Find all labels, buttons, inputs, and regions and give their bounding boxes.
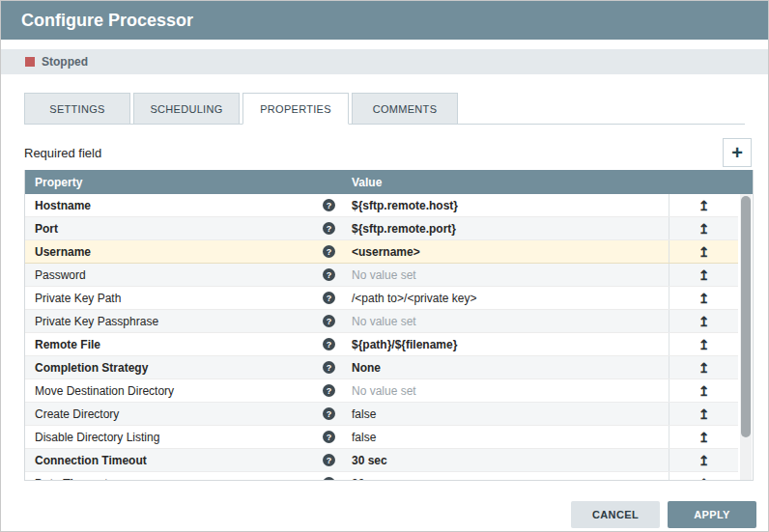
- goto-arrow-icon[interactable]: ↥: [698, 454, 710, 467]
- column-header-property: Property: [25, 176, 344, 189]
- goto-cell: ↥: [669, 287, 738, 309]
- goto-arrow-icon[interactable]: ↥: [698, 292, 710, 305]
- table-body: Hostname?${sftp.remote.host}↥Port?${sftp…: [25, 194, 738, 480]
- help-icon[interactable]: ?: [323, 245, 335, 258]
- goto-cell: ↥: [669, 449, 738, 471]
- goto-cell: ↥: [669, 333, 738, 355]
- goto-cell: ↥: [669, 426, 738, 448]
- goto-arrow-icon[interactable]: ↥: [698, 407, 710, 421]
- property-name: Password: [35, 268, 86, 282]
- property-value[interactable]: None: [344, 356, 669, 378]
- help-icon[interactable]: ?: [323, 454, 335, 466]
- goto-cell: ↥: [669, 379, 738, 402]
- goto-arrow-icon[interactable]: ↥: [698, 222, 710, 236]
- property-name-cell: Private Key Passphrase?: [25, 310, 344, 332]
- goto-arrow-icon[interactable]: ↥: [698, 315, 710, 328]
- goto-arrow-icon[interactable]: ↥: [698, 477, 710, 481]
- property-row[interactable]: Move Destination Directory?No value set↥: [25, 379, 738, 403]
- properties-table: Property Value Hostname?${sftp.remote.ho…: [24, 170, 754, 481]
- table-scrollbar[interactable]: [740, 194, 752, 480]
- goto-arrow-icon[interactable]: ↥: [698, 361, 710, 375]
- help-icon[interactable]: ?: [323, 477, 335, 480]
- property-value[interactable]: ${path}/${filename}: [344, 333, 669, 355]
- property-row[interactable]: Disable Directory Listing?false↥: [25, 426, 738, 449]
- property-name-cell: Connection Timeout?: [25, 449, 344, 471]
- property-row[interactable]: Data Timeout?30 sec↥: [25, 472, 738, 480]
- goto-cell: ↥: [669, 217, 738, 239]
- tab-comments[interactable]: COMMENTS: [352, 93, 458, 125]
- property-row[interactable]: Remote File?${path}/${filename}↥: [25, 333, 738, 356]
- property-value[interactable]: 30 sec: [344, 472, 669, 480]
- property-value[interactable]: ${sftp.remote.host}: [344, 194, 669, 216]
- add-property-button[interactable]: +: [723, 138, 752, 167]
- property-name-cell: Remote File?: [25, 333, 344, 355]
- property-name-cell: Move Destination Directory?: [25, 379, 344, 402]
- help-icon[interactable]: ?: [323, 431, 335, 443]
- property-row[interactable]: Connection Timeout?30 sec↥: [25, 449, 738, 472]
- property-row[interactable]: Private Key Passphrase?No value set↥: [25, 310, 738, 333]
- property-name: Private Key Path: [35, 292, 121, 305]
- property-name: Connection Timeout: [35, 454, 147, 467]
- property-row[interactable]: Private Key Path?/<path to>/<private key…: [25, 287, 738, 310]
- help-icon[interactable]: ?: [323, 338, 335, 350]
- property-row[interactable]: Password?No value set↥: [25, 264, 738, 287]
- help-icon[interactable]: ?: [323, 199, 335, 211]
- goto-cell: ↥: [669, 264, 738, 286]
- property-name-cell: Disable Directory Listing?: [25, 426, 344, 448]
- help-icon[interactable]: ?: [323, 315, 335, 327]
- property-value[interactable]: No value set: [344, 264, 669, 286]
- goto-arrow-icon[interactable]: ↥: [698, 431, 710, 444]
- status-bar: Stopped: [1, 49, 768, 74]
- goto-cell: ↥: [669, 472, 738, 480]
- property-name-cell: Data Timeout?: [25, 472, 344, 480]
- property-name-cell: Port?: [25, 217, 344, 239]
- property-name: Private Key Passphrase: [35, 315, 158, 328]
- help-icon[interactable]: ?: [323, 361, 335, 374]
- help-icon[interactable]: ?: [323, 292, 335, 304]
- tab-bar: SETTINGSSCHEDULINGPROPERTIESCOMMENTS: [24, 93, 745, 125]
- property-row[interactable]: Username?<username>↥: [25, 240, 738, 264]
- goto-arrow-icon[interactable]: ↥: [698, 199, 710, 212]
- goto-arrow-icon[interactable]: ↥: [698, 384, 710, 398]
- property-row[interactable]: Hostname?${sftp.remote.host}↥: [25, 194, 738, 217]
- property-value[interactable]: 30 sec: [344, 449, 669, 471]
- apply-button[interactable]: APPLY: [668, 501, 756, 528]
- help-icon[interactable]: ?: [323, 384, 335, 397]
- property-value[interactable]: false: [344, 426, 669, 448]
- property-name-cell: Private Key Path?: [25, 287, 344, 309]
- property-row[interactable]: Completion Strategy?None↥: [25, 356, 738, 379]
- property-value[interactable]: /<path to>/<private key>: [344, 287, 669, 309]
- property-name-cell: Password?: [25, 264, 344, 286]
- tab-properties[interactable]: PROPERTIES: [242, 93, 349, 125]
- goto-arrow-icon[interactable]: ↥: [698, 245, 710, 259]
- property-name: Disable Directory Listing: [35, 431, 159, 444]
- help-icon[interactable]: ?: [323, 407, 335, 420]
- help-icon[interactable]: ?: [323, 222, 335, 235]
- property-value[interactable]: ${sftp.remote.port}: [344, 217, 669, 239]
- property-row[interactable]: Create Directory?false↥: [25, 403, 738, 426]
- tab-settings[interactable]: SETTINGS: [24, 93, 130, 125]
- property-name-cell: Hostname?: [25, 194, 344, 216]
- property-value[interactable]: No value set: [344, 379, 669, 402]
- property-value[interactable]: false: [344, 403, 669, 425]
- tab-scheduling[interactable]: SCHEDULING: [133, 93, 240, 125]
- help-icon[interactable]: ?: [323, 268, 335, 281]
- status-label: Stopped: [42, 55, 88, 69]
- cancel-button[interactable]: CANCEL: [571, 501, 660, 528]
- goto-cell: ↥: [669, 240, 738, 263]
- dialog-title: Configure Processor: [21, 11, 193, 31]
- column-header-value: Value: [344, 176, 753, 189]
- scrollbar-thumb[interactable]: [741, 196, 751, 437]
- goto-arrow-icon[interactable]: ↥: [698, 268, 710, 282]
- property-value[interactable]: No value set: [344, 310, 669, 332]
- property-name: Completion Strategy: [35, 361, 148, 375]
- property-value[interactable]: <username>: [344, 240, 669, 263]
- property-name-cell: Username?: [25, 240, 344, 263]
- property-name: Data Timeout: [35, 477, 108, 481]
- goto-cell: ↥: [669, 356, 738, 378]
- property-name: Remote File: [35, 338, 100, 351]
- goto-cell: ↥: [669, 194, 738, 216]
- goto-arrow-icon[interactable]: ↥: [698, 338, 710, 351]
- properties-toolbar: Required field +: [24, 137, 752, 168]
- property-row[interactable]: Port?${sftp.remote.port}↥: [25, 217, 738, 240]
